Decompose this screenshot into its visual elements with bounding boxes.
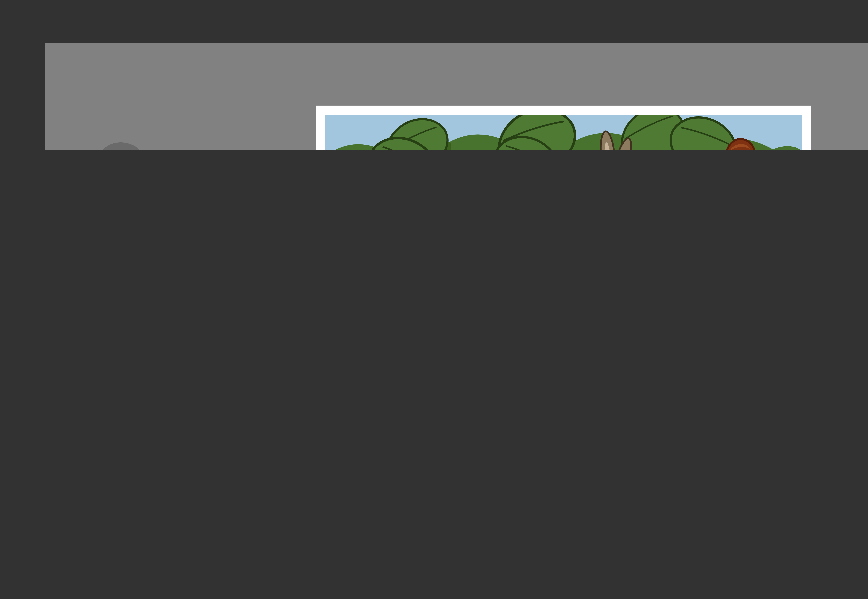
hare-photo-illustration bbox=[325, 114, 802, 150]
asset-sheet: ASSET: HarePhoto_V1 TYPE: Prop TASK: Col… bbox=[0, 0, 868, 150]
artwork-frame bbox=[316, 105, 811, 150]
adult-silhouette bbox=[59, 139, 202, 150]
